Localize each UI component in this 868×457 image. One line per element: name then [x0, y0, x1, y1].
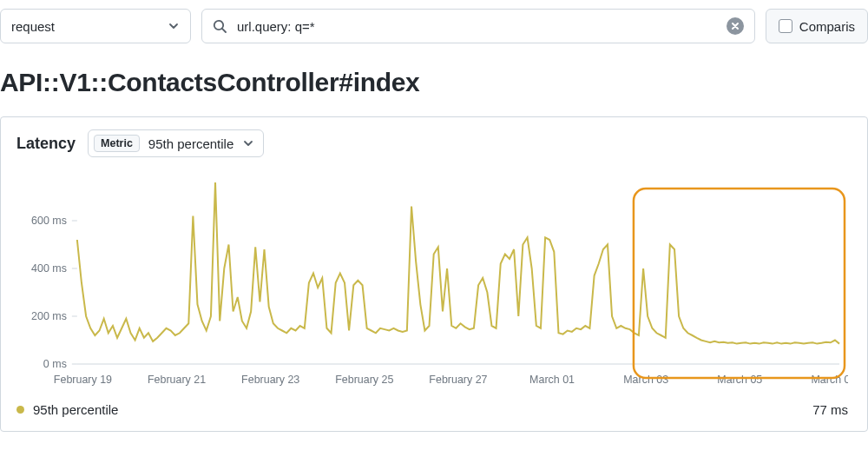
legend-item: 95th percentile — [16, 402, 118, 417]
svg-text:March 01: March 01 — [529, 374, 575, 386]
svg-text:March 03: March 03 — [623, 374, 668, 386]
svg-rect-20 — [634, 189, 845, 378]
legend-label: 95th percentile — [33, 402, 118, 417]
scope-select[interactable]: request — [0, 9, 191, 43]
close-icon — [731, 22, 740, 30]
latency-panel: Latency Metric 95th percentile 0 ms200 m… — [0, 116, 868, 432]
svg-text:February 25: February 25 — [335, 374, 393, 386]
svg-line-1 — [222, 29, 226, 32]
search-input[interactable] — [235, 18, 718, 35]
latency-chart: 0 ms200 ms400 ms600 msFebruary 19Februar… — [16, 164, 848, 390]
chevron-down-icon — [168, 20, 180, 32]
svg-text:200 ms: 200 ms — [31, 310, 67, 322]
svg-text:March 05: March 05 — [717, 374, 762, 386]
svg-text:February 23: February 23 — [241, 374, 299, 386]
chevron-down-icon — [242, 137, 254, 149]
comparison-checkbox[interactable] — [779, 19, 792, 33]
panel-title: Latency — [16, 135, 76, 153]
search-input-container[interactable] — [201, 9, 755, 43]
clear-search-button[interactable] — [727, 17, 744, 35]
metric-select[interactable]: Metric 95th percentile — [88, 129, 264, 157]
legend-dot-icon — [16, 406, 24, 414]
svg-text:400 ms: 400 ms — [31, 262, 67, 275]
scope-value: request — [11, 19, 55, 34]
svg-text:February 21: February 21 — [148, 374, 206, 386]
legend-value: 77 ms — [812, 402, 848, 417]
svg-text:February 19: February 19 — [54, 374, 112, 386]
svg-text:600 ms: 600 ms — [31, 215, 67, 227]
page-title: API::V1::ContactsController#index — [0, 68, 868, 97]
comparison-label: Comparis — [799, 19, 855, 34]
svg-text:0 ms: 0 ms — [43, 358, 67, 370]
search-icon — [213, 19, 227, 33]
comparison-toggle[interactable]: Comparis — [766, 9, 868, 43]
metric-chip-label: Metric — [94, 135, 140, 152]
metric-chip-value: 95th percentile — [148, 136, 233, 151]
svg-text:February 27: February 27 — [429, 374, 487, 386]
svg-text:March 07: March 07 — [811, 374, 848, 386]
